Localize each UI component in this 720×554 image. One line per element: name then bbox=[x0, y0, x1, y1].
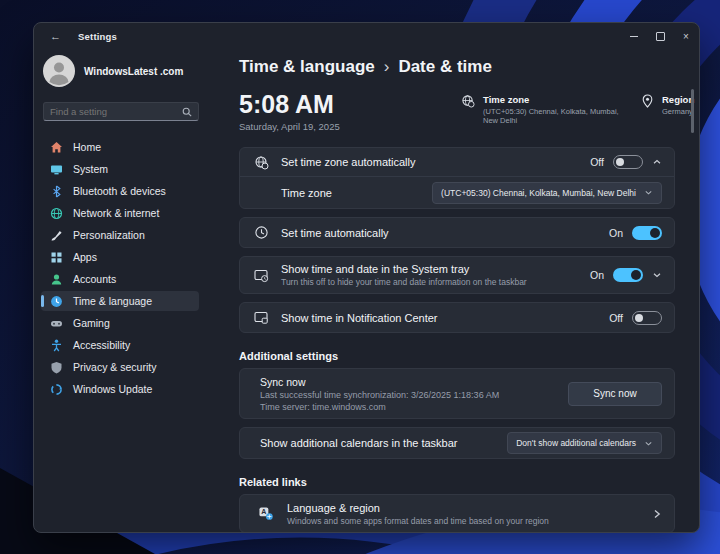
row-label: Set time zone automatically bbox=[281, 156, 416, 168]
svg-text:A: A bbox=[261, 508, 266, 515]
avatar bbox=[43, 55, 75, 87]
region-label: Region bbox=[662, 94, 694, 105]
calendars-dropdown[interactable]: Don't show additional calendars bbox=[507, 432, 662, 454]
set-time-auto-toggle[interactable] bbox=[632, 226, 662, 240]
toggle-state-label: On bbox=[609, 227, 623, 239]
toggle-knob bbox=[616, 158, 624, 166]
row-system-tray: Show time and date in the System tray Tu… bbox=[240, 257, 674, 293]
sidebar-item-system[interactable]: System bbox=[41, 159, 199, 179]
window-title: Settings bbox=[78, 31, 117, 42]
clock-header: 5:08 AM Saturday, April 19, 2025 Time zo… bbox=[239, 91, 675, 137]
sync-last: Last successful time synchronization: 3/… bbox=[260, 390, 499, 400]
sidebar-item-label: System bbox=[73, 163, 108, 175]
close-button[interactable]: × bbox=[673, 23, 699, 49]
card-sync: Sync now Last successful time synchroniz… bbox=[239, 368, 675, 419]
breadcrumb-parent[interactable]: Time & language bbox=[239, 57, 375, 77]
account-name: WindowsLatest .com bbox=[84, 66, 183, 77]
sidebar-item-network-internet[interactable]: Network & internet bbox=[41, 203, 199, 223]
row-label: Show time and date in the System tray bbox=[281, 263, 527, 275]
card-set-timezone-auto: Set time zone automatically Off Time zon… bbox=[239, 147, 675, 209]
back-button[interactable]: ← bbox=[50, 30, 68, 42]
sidebar-item-accounts[interactable]: Accounts bbox=[41, 269, 199, 289]
sidebar-item-label: Apps bbox=[73, 251, 97, 263]
apps-grid-icon bbox=[50, 251, 63, 264]
notification-center-toggle[interactable] bbox=[632, 311, 662, 325]
row-label: Show time in Notification Center bbox=[281, 312, 438, 324]
row-timezone-select: Time zone (UTC+05:30) Chennai, Kolkata, … bbox=[240, 176, 674, 208]
chevron-down-icon[interactable] bbox=[652, 270, 662, 280]
search-input[interactable] bbox=[50, 106, 182, 117]
timezone-value: (UTC+05:30) Chennai, Kolkata, Mumbai, Ne… bbox=[483, 107, 631, 125]
sync-title: Sync now bbox=[260, 376, 499, 388]
sidebar-item-privacy-security[interactable]: Privacy & security bbox=[41, 357, 199, 377]
sidebar-item-gaming[interactable]: Gaming bbox=[41, 313, 199, 333]
set-timezone-auto-toggle[interactable] bbox=[613, 155, 643, 169]
brush-icon bbox=[50, 229, 63, 242]
row-label: Language & region bbox=[287, 502, 549, 514]
timezone-summary: Time zone (UTC+05:30) Chennai, Kolkata, … bbox=[461, 94, 631, 125]
maximize-button[interactable] bbox=[647, 23, 673, 49]
language-icon: A bbox=[258, 506, 274, 521]
timezone-dropdown-value: (UTC+05:30) Chennai, Kolkata, Mumbai, Ne… bbox=[441, 188, 636, 198]
sidebar-nav: Home System Bluetooth & devices Network … bbox=[41, 137, 206, 399]
card-notification-center: Show time in Notification Center Off bbox=[239, 302, 675, 333]
toggle-state-label: Off bbox=[609, 312, 623, 324]
minimize-button[interactable] bbox=[621, 23, 647, 49]
sidebar-item-label: Network & internet bbox=[73, 207, 159, 219]
globe-clock-icon bbox=[254, 155, 269, 170]
region-value: Germany bbox=[662, 107, 694, 116]
shield-icon bbox=[50, 361, 63, 374]
clock-icon bbox=[254, 225, 269, 240]
sidebar-item-label: Windows Update bbox=[73, 383, 152, 395]
sidebar-item-apps[interactable]: Apps bbox=[41, 247, 199, 267]
sidebar-item-accessibility[interactable]: Accessibility bbox=[41, 335, 199, 355]
sidebar-item-label: Gaming bbox=[73, 317, 110, 329]
toggle-state-label: On bbox=[590, 269, 604, 281]
sidebar-item-personalization[interactable]: Personalization bbox=[41, 225, 199, 245]
sidebar-item-time-language[interactable]: Time & language bbox=[41, 291, 199, 311]
update-icon bbox=[50, 383, 63, 396]
chevron-right-icon bbox=[652, 508, 662, 520]
sidebar-item-label: Accounts bbox=[73, 273, 116, 285]
timezone-dropdown[interactable]: (UTC+05:30) Chennai, Kolkata, Mumbai, Ne… bbox=[432, 182, 662, 204]
region-summary: Region Germany bbox=[641, 94, 694, 116]
chevron-up-icon[interactable] bbox=[652, 157, 662, 167]
settings-list: Set time zone automatically Off Time zon… bbox=[239, 147, 675, 533]
search-box[interactable] bbox=[43, 102, 199, 121]
chevron-down-icon bbox=[644, 439, 653, 448]
settings-window: ← Settings × WindowsLatest .com bbox=[33, 22, 700, 533]
titlebar: ← Settings × bbox=[34, 23, 699, 49]
search-icon bbox=[182, 107, 192, 117]
toggle-knob bbox=[631, 270, 641, 280]
chevron-down-icon bbox=[644, 188, 653, 197]
page-title: Date & time bbox=[398, 57, 492, 77]
card-set-time-auto: Set time automatically On bbox=[239, 217, 675, 248]
toggle-state-label: Off bbox=[590, 156, 604, 168]
sidebar-item-windows-update[interactable]: Windows Update bbox=[41, 379, 199, 399]
sidebar-item-label: Time & language bbox=[73, 295, 152, 307]
sidebar-item-home[interactable]: Home bbox=[41, 137, 199, 157]
sidebar-item-label: Privacy & security bbox=[73, 361, 156, 373]
sidebar-item-label: Accessibility bbox=[73, 339, 130, 351]
maximize-icon bbox=[656, 32, 665, 41]
scrollbar-thumb[interactable] bbox=[691, 89, 694, 133]
card-language-region[interactable]: A Language & region Windows and some app… bbox=[239, 494, 675, 533]
calendars-dropdown-value: Don't show additional calendars bbox=[516, 438, 636, 448]
system-tray-toggle[interactable] bbox=[613, 268, 643, 282]
taskbar-clock-icon bbox=[254, 268, 269, 283]
sync-now-button[interactable]: Sync now bbox=[568, 382, 662, 406]
account-section[interactable]: WindowsLatest .com bbox=[41, 54, 206, 88]
row-language-region: A Language & region Windows and some app… bbox=[240, 495, 674, 532]
section-heading-related-links: Related links bbox=[239, 476, 675, 488]
sidebar-item-bluetooth-devices[interactable]: Bluetooth & devices bbox=[41, 181, 199, 201]
window-controls: × bbox=[621, 23, 699, 49]
card-calendars: Show additional calendars in the taskbar… bbox=[239, 427, 675, 459]
section-heading-additional-settings: Additional settings bbox=[239, 350, 675, 362]
row-set-time-auto: Set time automatically On bbox=[240, 218, 674, 247]
person-icon bbox=[50, 273, 63, 286]
row-description: Turn this off to hide your time and date… bbox=[281, 277, 527, 287]
breadcrumb: Time & language › Date & time bbox=[239, 57, 675, 77]
toggle-knob bbox=[635, 314, 643, 322]
gamepad-icon bbox=[50, 317, 63, 330]
row-sync: Sync now Last successful time synchroniz… bbox=[240, 369, 674, 418]
